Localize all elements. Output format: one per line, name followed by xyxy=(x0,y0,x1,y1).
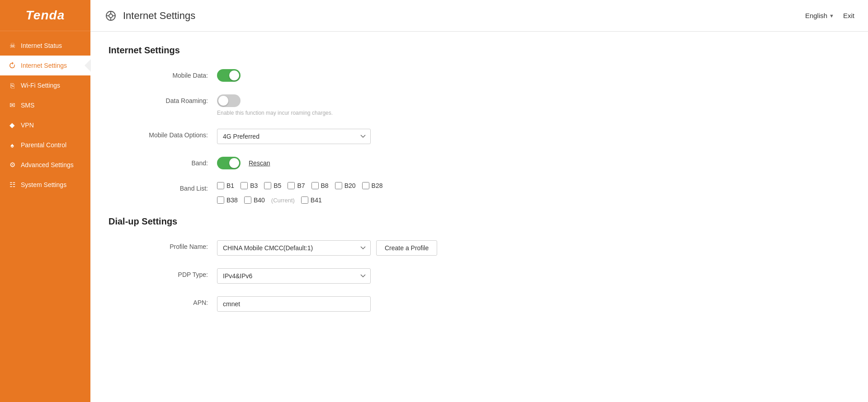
rescan-link[interactable]: Rescan xyxy=(249,159,270,167)
band-item-b3[interactable]: B3 xyxy=(241,182,258,189)
language-selector[interactable]: English ▼ xyxy=(805,12,834,19)
internet-settings-icon xyxy=(104,9,118,23)
parental-icon: ♠ xyxy=(8,141,16,149)
pdp-type-label: PDP Type: xyxy=(108,268,208,278)
dialup-section-title: Dial-up Settings xyxy=(108,216,850,227)
sidebar-logo: Tenda xyxy=(0,0,90,31)
dialup-settings-section: Dial-up Settings Profile Name: CHINA Mob… xyxy=(108,216,850,312)
band-checkbox-b7[interactable] xyxy=(288,182,295,189)
mobile-data-options-select[interactable]: 4G Preferred 3G Only 2G Only Auto xyxy=(217,129,371,144)
sms-icon: ✉ xyxy=(8,101,16,109)
band-toggle-row: Rescan xyxy=(217,157,270,169)
mobile-data-control xyxy=(217,69,241,82)
band-checkbox-b3[interactable] xyxy=(241,182,248,189)
header-title-group: Internet Settings xyxy=(104,9,195,23)
band-control: Rescan xyxy=(217,157,270,169)
band-item-b7[interactable]: B7 xyxy=(288,182,305,189)
band-list: B1 B3 B5 B7 B8 B20 B28 xyxy=(217,182,382,189)
data-roaming-hint: Enable this function may incur roaming c… xyxy=(217,110,333,116)
sidebar-item-system-settings[interactable]: ☷ System Settings xyxy=(0,175,90,195)
data-roaming-control: Enable this function may incur roaming c… xyxy=(217,94,333,116)
sidebar-item-advanced-settings[interactable]: ⚙ Advanced Settings xyxy=(0,155,90,175)
profile-name-label: Profile Name: xyxy=(108,240,208,250)
sidebar-item-internet-settings[interactable]: Internet Settings xyxy=(0,56,90,75)
band-item-b5[interactable]: B5 xyxy=(264,182,281,189)
band-checkbox-b41[interactable] xyxy=(301,196,308,204)
mobile-data-toggle[interactable] xyxy=(217,69,241,82)
wifi-icon: ⎘ xyxy=(8,81,16,89)
band-item-b1[interactable]: B1 xyxy=(217,182,234,189)
sidebar-item-label: System Settings xyxy=(21,181,66,188)
apn-row: APN: xyxy=(108,296,850,312)
sidebar-item-label: SMS xyxy=(21,102,34,109)
band-list-control: B1 B3 B5 B7 B8 B20 B28 B38 B40 (Current)… xyxy=(217,182,382,204)
pdp-type-row: PDP Type: IPv4&IPv6 IPv4 IPv6 xyxy=(108,268,850,284)
apn-input[interactable] xyxy=(217,296,371,312)
band-checkbox-b38[interactable] xyxy=(217,196,224,204)
sidebar-item-label: Internet Settings xyxy=(21,62,67,69)
toggle-slider xyxy=(217,94,241,107)
apn-control xyxy=(217,296,371,312)
main-content: Internet Settings Mobile Data: Data Roam… xyxy=(90,32,868,402)
globe-icon: ☠ xyxy=(8,42,16,50)
band-current-label: (Current) xyxy=(271,197,295,204)
band-checkbox-b28[interactable] xyxy=(362,182,369,189)
refresh-icon xyxy=(8,61,16,70)
language-label: English xyxy=(805,12,827,19)
band-list-label: Band List: xyxy=(108,182,208,192)
apn-label: APN: xyxy=(108,296,208,306)
data-roaming-row: Data Roaming: Enable this function may i… xyxy=(108,94,850,116)
data-roaming-label: Data Roaming: xyxy=(108,94,208,104)
band-item-b8[interactable]: B8 xyxy=(311,182,329,189)
sidebar-item-vpn[interactable]: ◆ VPN xyxy=(0,115,90,135)
system-icon: ☷ xyxy=(8,181,16,189)
settings-icon: ⚙ xyxy=(8,161,16,169)
sidebar-item-internet-status[interactable]: ☠ Internet Status xyxy=(0,36,90,56)
pdp-type-select[interactable]: IPv4&IPv6 IPv4 IPv6 xyxy=(217,268,371,284)
band-item-b40[interactable]: B40 xyxy=(244,196,265,204)
band-checkbox-b20[interactable] xyxy=(335,182,342,189)
internet-settings-title: Internet Settings xyxy=(108,45,850,56)
band-item-b38[interactable]: B38 xyxy=(217,196,238,204)
band-checkbox-b40[interactable] xyxy=(244,196,251,204)
band-checkbox-b5[interactable] xyxy=(264,182,271,189)
sidebar-item-parental-control[interactable]: ♠ Parental Control xyxy=(0,135,90,155)
sidebar-item-sms[interactable]: ✉ SMS xyxy=(0,95,90,115)
band-checkbox-b8[interactable] xyxy=(311,182,319,189)
band-row: Band: Rescan xyxy=(108,157,850,169)
svg-point-1 xyxy=(109,14,113,18)
mobile-data-row: Mobile Data: xyxy=(108,69,850,82)
band-toggle[interactable] xyxy=(217,157,241,169)
band-list-row2: B38 B40 (Current) B41 xyxy=(217,196,382,204)
sidebar-item-label: Parental Control xyxy=(21,141,66,149)
band-item-b41[interactable]: B41 xyxy=(301,196,322,204)
band-item-b20[interactable]: B20 xyxy=(335,182,356,189)
band-list-row: Band List: B1 B3 B5 B7 B8 B20 B28 B38 B4… xyxy=(108,182,850,204)
create-profile-button[interactable]: Create a Profile xyxy=(376,240,437,256)
vpn-icon: ◆ xyxy=(8,121,16,129)
exit-button[interactable]: Exit xyxy=(843,12,854,19)
sidebar-item-label: Internet Status xyxy=(21,42,62,49)
mobile-data-options-label: Mobile Data Options: xyxy=(108,129,208,139)
band-item-b28[interactable]: B28 xyxy=(362,182,383,189)
pdp-type-control: IPv4&IPv6 IPv4 IPv6 xyxy=(217,268,371,284)
sidebar-item-label: Wi-Fi Settings xyxy=(21,82,60,89)
sidebar-item-label: Advanced Settings xyxy=(21,161,74,168)
mobile-data-options-row: Mobile Data Options: 4G Preferred 3G Onl… xyxy=(108,129,850,144)
toggle-slider xyxy=(217,157,241,169)
sidebar: Tenda ☠ Internet Status Internet Setting… xyxy=(0,0,90,402)
sidebar-item-wifi-settings[interactable]: ⎘ Wi-Fi Settings xyxy=(0,75,90,95)
page-title: Internet Settings xyxy=(123,10,195,22)
profile-name-select[interactable]: CHINA Mobile CMCC(Default:1) xyxy=(217,240,371,256)
sidebar-nav: ☠ Internet Status Internet Settings ⎘ Wi… xyxy=(0,31,90,199)
mobile-data-label: Mobile Data: xyxy=(108,69,208,79)
toggle-slider xyxy=(217,69,241,82)
data-roaming-toggle[interactable] xyxy=(217,94,241,107)
internet-settings-section: Internet Settings Mobile Data: Data Roam… xyxy=(108,45,850,204)
band-label: Band: xyxy=(108,157,208,167)
chevron-down-icon: ▼ xyxy=(829,13,834,19)
band-checkbox-b1[interactable] xyxy=(217,182,224,189)
main-area: Internet Settings English ▼ Exit Interne… xyxy=(90,0,868,402)
mobile-data-options-control: 4G Preferred 3G Only 2G Only Auto xyxy=(217,129,371,144)
logo-text: Tenda xyxy=(26,8,65,23)
